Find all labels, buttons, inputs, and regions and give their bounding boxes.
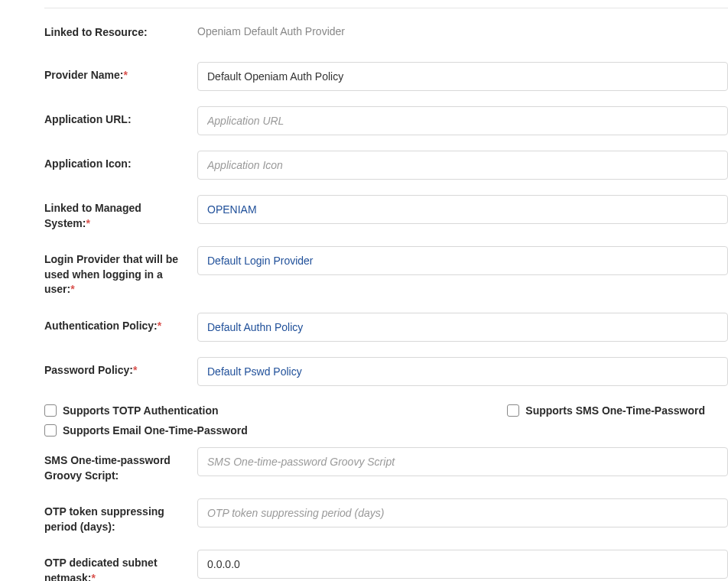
row-sms-groovy: SMS One-time-password Groovy Script: <box>44 447 728 483</box>
application-icon-input[interactable] <box>197 151 728 180</box>
checkbox-email-wrap[interactable]: Supports Email One-Time-Password <box>44 424 248 437</box>
label-text: Authentication Policy: <box>44 320 158 332</box>
row-managed-system: Linked to Managed System:* OPENIAM <box>44 195 728 231</box>
row-application-icon: Application Icon: <box>44 151 728 180</box>
label-application-url: Application URL: <box>44 106 197 128</box>
label-application-icon: Application Icon: <box>44 151 197 172</box>
required-mark: * <box>86 217 89 229</box>
managed-system-value: OPENIAM <box>207 203 257 216</box>
label-otp-suppress: OTP token suppressing period (days): <box>44 498 197 534</box>
row-application-url: Application URL: <box>44 106 728 135</box>
checkbox-row-totp-sms: Supports TOTP Authentication Supports SM… <box>44 404 728 417</box>
row-otp-netmask: OTP dedicated subnet netmask:* <box>44 550 728 581</box>
label-login-provider: Login Provider that will be used when lo… <box>44 246 197 297</box>
checkbox-totp[interactable] <box>44 404 57 417</box>
label-managed-system: Linked to Managed System:* <box>44 195 197 231</box>
managed-system-select[interactable]: OPENIAM <box>197 195 728 224</box>
checkbox-email[interactable] <box>44 424 57 437</box>
label-text: OTP dedicated subnet netmask: <box>44 557 158 581</box>
otp-checkbox-section: Supports TOTP Authentication Supports SM… <box>44 404 728 437</box>
login-provider-value: Default Login Provider <box>207 255 314 267</box>
checkbox-row-email: Supports Email One-Time-Password <box>44 424 728 437</box>
row-auth-policy: Authentication Policy:* Default Authn Po… <box>44 313 728 342</box>
label-otp-netmask: OTP dedicated subnet netmask:* <box>44 550 197 581</box>
password-policy-value: Default Pswd Policy <box>207 365 302 378</box>
label-checkbox-email: Supports Email One-Time-Password <box>63 424 248 437</box>
auth-policy-select[interactable]: Default Authn Policy <box>197 313 728 342</box>
label-sms-groovy: SMS One-time-password Groovy Script: <box>44 447 197 483</box>
value-linked-resource: Openiam Default Auth Provider <box>197 19 728 37</box>
checkbox-sms-wrap[interactable]: Supports SMS One-Time-Password <box>507 404 705 417</box>
otp-suppress-input[interactable] <box>197 498 728 527</box>
label-text: Password Policy: <box>44 364 133 376</box>
row-linked-resource: Linked to Resource: Openiam Default Auth… <box>44 19 728 47</box>
row-login-provider: Login Provider that will be used when lo… <box>44 246 728 297</box>
login-provider-select[interactable]: Default Login Provider <box>197 246 728 275</box>
sms-groovy-input[interactable] <box>197 447 728 476</box>
label-checkbox-totp: Supports TOTP Authentication <box>63 404 219 417</box>
required-mark: * <box>123 69 127 81</box>
provider-name-input[interactable] <box>197 62 728 91</box>
label-provider-name: Provider Name:* <box>44 62 197 83</box>
required-mark: * <box>70 283 74 295</box>
password-policy-select[interactable]: Default Pswd Policy <box>197 357 728 386</box>
auth-policy-value: Default Authn Policy <box>207 321 303 333</box>
row-otp-suppress: OTP token suppressing period (days): <box>44 498 728 534</box>
required-mark: * <box>133 364 137 376</box>
otp-netmask-input[interactable] <box>197 550 728 579</box>
label-linked-resource: Linked to Resource: <box>44 19 197 41</box>
section-divider <box>44 8 728 8</box>
row-provider-name: Provider Name:* <box>44 62 728 91</box>
checkbox-sms[interactable] <box>507 404 519 417</box>
required-mark: * <box>91 572 95 581</box>
row-password-policy: Password Policy:* Default Pswd Policy <box>44 357 728 386</box>
application-url-input[interactable] <box>197 106 728 135</box>
label-checkbox-sms: Supports SMS One-Time-Password <box>525 404 705 417</box>
label-auth-policy: Authentication Policy:* <box>44 313 197 334</box>
label-text: Linked to Managed System: <box>44 202 141 229</box>
required-mark: * <box>158 320 161 332</box>
checkbox-totp-wrap[interactable]: Supports TOTP Authentication <box>44 404 219 417</box>
label-text: Login Provider that will be used when lo… <box>44 253 178 295</box>
label-password-policy: Password Policy:* <box>44 357 197 378</box>
label-text: Provider Name: <box>44 69 123 81</box>
